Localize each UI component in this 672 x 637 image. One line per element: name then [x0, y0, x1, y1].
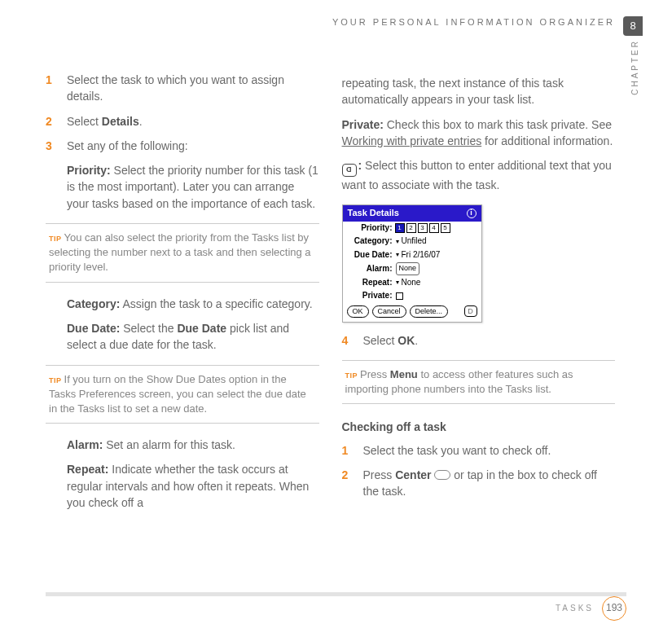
row-label: Due Date:	[347, 249, 393, 261]
tip-label: TIP	[345, 371, 358, 380]
task-details-dialog: Task Details i Priority: 1 2 3 4 5 Categ…	[342, 204, 482, 323]
repeat-value: None	[402, 277, 421, 289]
step-text: Select the task you want to check off.	[363, 442, 616, 459]
priority-cell-2[interactable]: 2	[406, 223, 416, 233]
dialog-row-category: Category: ▾Unfiled	[343, 235, 481, 248]
priority-cells[interactable]: 1 2 3 4 5	[396, 223, 450, 233]
step-prefix: Select	[67, 115, 102, 128]
step-3: 3 Set any of the following:	[46, 138, 319, 154]
duedate-value: Fri 2/16/07	[402, 249, 441, 261]
step-1: 1 Select the task to which you want to a…	[46, 72, 319, 105]
repeat-continuation: repeating task, the next instance of thi…	[342, 75, 616, 108]
priority-cell-4[interactable]: 4	[429, 223, 439, 233]
check-step-1: 1 Select the task you want to check off.	[342, 442, 616, 459]
tip-label: TIP	[49, 235, 62, 243]
category-paragraph: Category: Assign the task to a specific …	[67, 296, 319, 312]
step-number: 1	[342, 442, 354, 459]
tip-box-1: TIPYou can also select the priority from…	[46, 223, 319, 283]
repeat-dropdown[interactable]: ▾None	[396, 277, 421, 289]
footer-section: TASKS	[556, 603, 594, 615]
duedate-bold: Due Date	[177, 322, 226, 335]
delete-button[interactable]: Delete...	[410, 305, 449, 318]
step-suffix: .	[139, 115, 143, 128]
dialog-title: Task Details	[348, 207, 399, 220]
info-icon[interactable]: i	[467, 209, 477, 218]
dialog-row-duedate: Due Date: ▾Fri 2/16/07	[343, 248, 481, 262]
priority-cell-5[interactable]: 5	[441, 223, 450, 233]
dialog-row-private: Private:	[343, 289, 481, 303]
chevron-down-icon: ▾	[396, 250, 399, 260]
note-icon-paragraph: : Select this button to enter additional…	[342, 157, 616, 193]
tip-box-2: TIPIf you turn on the Show Due Dates opt…	[46, 365, 319, 424]
duedate-label: Due Date:	[67, 322, 120, 335]
category-dropdown[interactable]: ▾Unfiled	[396, 235, 427, 248]
note-icon-text: Select this button to enter additional t…	[342, 159, 612, 191]
dialog-row-repeat: Repeat: ▾None	[343, 276, 481, 290]
step-text: Select the task to which you want to ass…	[67, 72, 319, 105]
checking-off-heading: Checking off a task	[342, 419, 616, 435]
step-suffix: .	[415, 334, 418, 347]
private-link[interactable]: Working with private entries	[342, 134, 482, 147]
tip-box-3: TIPPress Menu to access other features s…	[342, 360, 616, 404]
dialog-row-alarm: Alarm: None	[343, 261, 481, 275]
tip-prefix: Press	[360, 368, 390, 380]
check-step-2: 2 Press Center or tap in the box to chec…	[342, 467, 616, 500]
private-label: Private:	[342, 118, 384, 131]
tip-bold: Menu	[390, 368, 418, 380]
step-number: 1	[46, 72, 57, 105]
priority-paragraph: Priority: Select the priority number for…	[67, 162, 319, 212]
alarm-text: Set an alarm for this task.	[103, 438, 235, 451]
dialog-buttons: OK Cancel Delete... D	[343, 303, 481, 322]
chevron-down-icon: ▾	[396, 278, 399, 288]
category-text: Assign the task to a specific category.	[120, 297, 312, 310]
step-prefix: Select	[363, 334, 398, 347]
dialog-row-priority: Priority: 1 2 3 4 5	[343, 222, 481, 235]
step-number: 2	[46, 113, 57, 130]
priority-cell-1[interactable]: 1	[395, 223, 405, 233]
step-bold: Details	[102, 115, 139, 128]
duedate-prefix: Select the	[120, 322, 177, 335]
header-title: YOUR PERSONAL INFORMATION ORGANIZER	[332, 16, 615, 29]
note-icon	[342, 164, 357, 177]
step-prefix: Press	[363, 468, 396, 481]
step-text: Set any of the following:	[67, 138, 319, 154]
cancel-button[interactable]: Cancel	[372, 305, 406, 318]
page-number: 193	[602, 596, 626, 621]
center-button-icon	[434, 470, 450, 480]
step-bold: Center	[395, 468, 431, 481]
private-checkbox[interactable]	[396, 292, 403, 300]
tip-text: You can also select the priority from th…	[49, 231, 311, 273]
repeat-label: Repeat:	[67, 463, 108, 476]
alarm-label: Alarm:	[67, 438, 103, 451]
category-value: Unfiled	[402, 235, 427, 248]
alarm-value[interactable]: None	[396, 262, 420, 275]
duedate-dropdown[interactable]: ▾Fri 2/16/07	[396, 249, 441, 261]
ok-button[interactable]: OK	[347, 305, 369, 318]
chevron-down-icon: ▾	[396, 237, 399, 247]
category-label: Category:	[67, 297, 120, 310]
page-header: YOUR PERSONAL INFORMATION ORGANIZER 8	[332, 16, 643, 36]
row-label: Private:	[347, 290, 393, 302]
right-column: repeating task, the next instance of thi…	[342, 72, 616, 519]
row-label: Category:	[347, 235, 393, 248]
tip-label: TIP	[49, 376, 62, 384]
step-number: 4	[342, 332, 354, 349]
step-2: 2 Select Details.	[46, 113, 319, 130]
private-prefix: Check this box to mark this task private…	[384, 118, 612, 131]
step-text: Select OK.	[363, 332, 616, 349]
priority-cell-3[interactable]: 3	[418, 223, 428, 233]
step-4: 4 Select OK.	[342, 332, 616, 349]
private-suffix: for additional information.	[481, 134, 613, 147]
step-text: Select Details.	[67, 113, 319, 130]
duedate-paragraph: Due Date: Select the Due Date pick list …	[67, 320, 319, 354]
step-number: 2	[342, 467, 354, 500]
step-text: Press Center or tap in the box to check …	[363, 467, 616, 500]
chapter-label-vertical: CHAPTER	[630, 39, 642, 95]
left-column: 1 Select the task to which you want to a…	[46, 72, 319, 519]
row-label: Repeat:	[347, 277, 393, 289]
repeat-paragraph: Repeat: Indicate whether the task occurs…	[67, 461, 319, 511]
alarm-paragraph: Alarm: Set an alarm for this task.	[67, 437, 319, 453]
private-paragraph: Private: Check this box to mark this tas…	[342, 116, 616, 150]
note-button[interactable]: D	[464, 305, 477, 317]
row-label: Priority:	[347, 222, 393, 235]
